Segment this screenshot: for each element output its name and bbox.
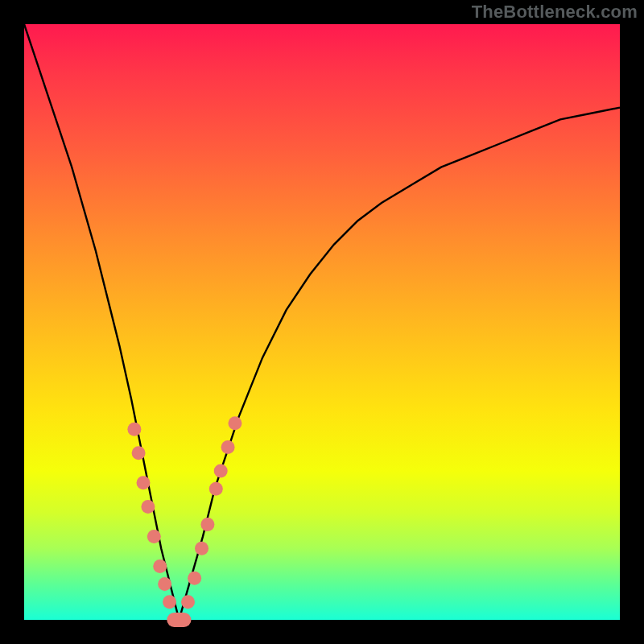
- data-marker-left: [127, 423, 141, 436]
- data-marker-left: [158, 577, 171, 591]
- valley-floor-marker: [167, 613, 191, 627]
- data-marker-right: [214, 464, 228, 478]
- plot-background: [24, 24, 620, 620]
- data-marker-right: [209, 482, 223, 496]
- data-marker-left: [141, 500, 155, 514]
- data-marker-right: [188, 572, 201, 585]
- data-marker-left: [153, 559, 167, 573]
- watermark-text: TheBottleneck.com: [472, 2, 638, 23]
- data-marker-right: [181, 595, 195, 609]
- data-marker-left: [137, 476, 151, 489]
- data-marker-right: [200, 518, 214, 531]
- data-marker-right: [221, 440, 235, 454]
- chart-svg: [24, 24, 620, 620]
- data-marker-right: [195, 542, 208, 555]
- data-marker-left: [132, 446, 146, 460]
- marker-layer: [127, 416, 242, 627]
- data-marker-right: [228, 416, 242, 430]
- curve-right-branch: [179, 108, 620, 620]
- chart-frame: TheBottleneck.com: [0, 0, 644, 644]
- data-marker-left: [147, 530, 161, 543]
- data-marker-left: [163, 595, 176, 609]
- curve-layer: [24, 24, 620, 620]
